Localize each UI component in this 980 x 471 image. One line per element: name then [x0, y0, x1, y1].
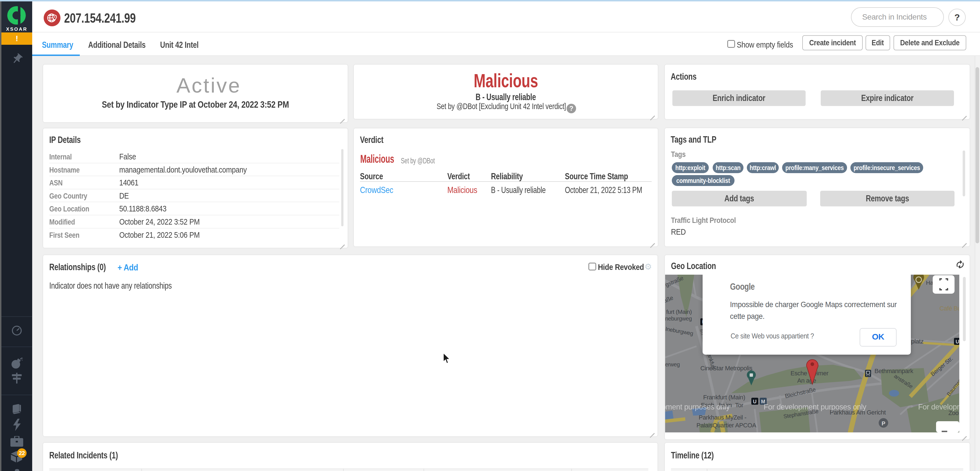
svg-text:PalaisQuartier APCOA: PalaisQuartier APCOA: [697, 422, 756, 429]
svg-text:U: U: [753, 399, 757, 404]
svg-text:Impossible de charger Google M: Impossible de charger Google Maps correc…: [730, 300, 897, 309]
svg-text:OK: OK: [872, 332, 885, 341]
svg-text:Parkhaus MyZeil -: Parkhaus MyZeil -: [699, 414, 746, 421]
svg-text:Ce site Web vous appartient ?: Ce site Web vous appartient ?: [730, 332, 814, 340]
svg-text:cette page.: cette page.: [730, 312, 764, 320]
svg-text:CineStar Metropolis: CineStar Metropolis: [700, 365, 752, 372]
svg-text:For development: For development: [918, 403, 959, 411]
svg-text:U: U: [956, 339, 959, 344]
svg-text:furt (Main): furt (Main): [666, 309, 692, 315]
svg-text:For development purposes only: For development purposes only: [764, 403, 867, 411]
svg-text:P: P: [882, 420, 885, 427]
svg-text:Frankfurt (Main): Frankfurt (Main): [703, 394, 745, 401]
svg-text:Bethmannpark: Bethmannpark: [875, 368, 914, 374]
svg-text:pment purposes only: pment purposes only: [665, 403, 730, 411]
svg-text:Google: Google: [730, 281, 755, 292]
svg-text:Ha: Ha: [926, 279, 934, 286]
svg-text:Café Bu: Café Bu: [939, 305, 959, 312]
svg-text:neburgweg: neburgweg: [665, 316, 692, 322]
svg-text:erweg: erweg: [665, 362, 679, 368]
